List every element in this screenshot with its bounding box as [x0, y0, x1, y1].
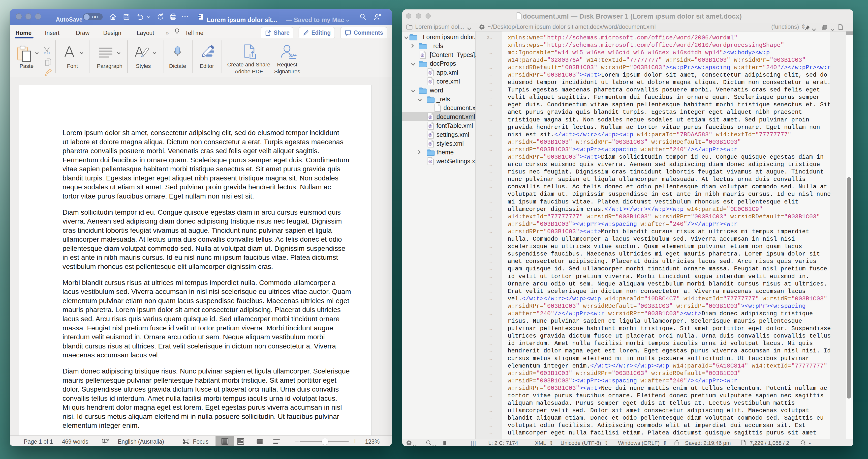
- svg-text:B: B: [429, 142, 431, 146]
- svg-text:B: B: [429, 160, 431, 164]
- svg-text:B: B: [429, 116, 431, 119]
- svg-text:B: B: [421, 54, 423, 57]
- svg-text:B: B: [429, 71, 431, 75]
- svg-text:B: B: [429, 80, 431, 84]
- svg-text:B: B: [429, 125, 431, 128]
- svg-text:B: B: [429, 133, 431, 137]
- svg-text:W: W: [198, 15, 201, 18]
